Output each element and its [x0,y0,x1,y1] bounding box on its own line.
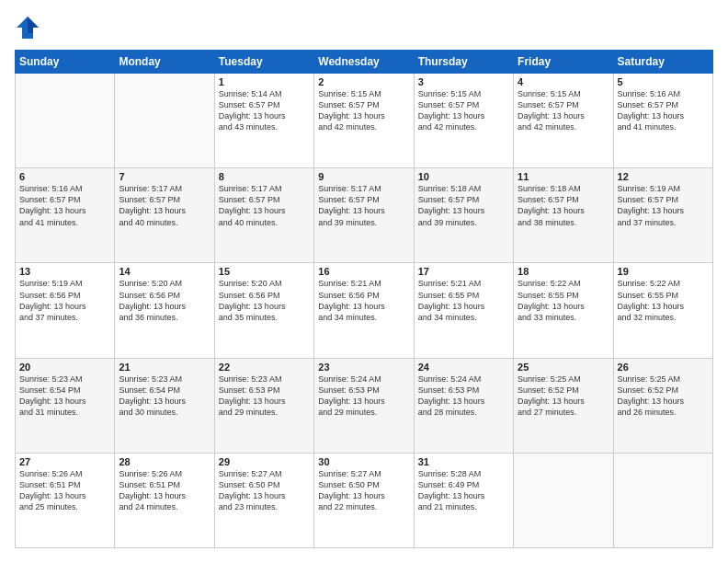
calendar-cell: 28Sunrise: 5:26 AM Sunset: 6:51 PM Dayli… [115,453,214,547]
day-info: Sunrise: 5:21 AM Sunset: 6:55 PM Dayligh… [418,278,509,323]
calendar-cell: 31Sunrise: 5:28 AM Sunset: 6:49 PM Dayli… [414,453,513,547]
calendar-cell: 23Sunrise: 5:24 AM Sunset: 6:53 PM Dayli… [314,358,414,453]
day-info: Sunrise: 5:23 AM Sunset: 6:54 PM Dayligh… [119,373,210,419]
day-number: 8 [219,171,310,182]
day-info: Sunrise: 5:26 AM Sunset: 6:51 PM Dayligh… [119,468,210,513]
day-info: Sunrise: 5:23 AM Sunset: 6:53 PM Dayligh… [219,373,310,419]
day-info: Sunrise: 5:17 AM Sunset: 6:57 PM Dayligh… [119,183,210,228]
day-number: 1 [219,76,310,87]
calendar-header-tuesday: Tuesday [214,51,313,74]
calendar-cell: 3Sunrise: 5:15 AM Sunset: 6:57 PM Daylig… [414,74,513,168]
calendar-cell: 9Sunrise: 5:17 AM Sunset: 6:57 PM Daylig… [314,168,414,263]
calendar-cell: 16Sunrise: 5:21 AM Sunset: 6:56 PM Dayli… [314,263,414,358]
calendar-header-monday: Monday [115,51,214,74]
calendar-cell [514,453,613,547]
calendar-cell: 11Sunrise: 5:18 AM Sunset: 6:57 PM Dayli… [514,168,613,263]
calendar-cell [115,74,214,168]
day-info: Sunrise: 5:19 AM Sunset: 6:57 PM Dayligh… [618,183,709,228]
calendar-header-friday: Friday [514,51,613,74]
day-info: Sunrise: 5:26 AM Sunset: 6:51 PM Dayligh… [19,468,110,513]
day-info: Sunrise: 5:27 AM Sunset: 6:50 PM Dayligh… [219,468,310,513]
day-number: 31 [418,456,509,467]
day-info: Sunrise: 5:19 AM Sunset: 6:56 PM Dayligh… [19,278,110,323]
day-number: 21 [119,362,210,373]
day-info: Sunrise: 5:21 AM Sunset: 6:56 PM Dayligh… [318,278,409,323]
day-number: 13 [19,266,110,277]
calendar-cell: 25Sunrise: 5:25 AM Sunset: 6:52 PM Dayli… [514,358,613,453]
calendar-header-thursday: Thursday [414,51,513,74]
day-info: Sunrise: 5:15 AM Sunset: 6:57 PM Dayligh… [418,88,509,133]
calendar-cell: 27Sunrise: 5:26 AM Sunset: 6:51 PM Dayli… [16,453,115,547]
calendar-cell: 14Sunrise: 5:20 AM Sunset: 6:56 PM Dayli… [115,263,214,358]
calendar-header-wednesday: Wednesday [314,51,414,74]
calendar-week-5: 27Sunrise: 5:26 AM Sunset: 6:51 PM Dayli… [16,453,713,547]
calendar-cell: 4Sunrise: 5:15 AM Sunset: 6:57 PM Daylig… [514,74,613,168]
calendar-cell: 18Sunrise: 5:22 AM Sunset: 6:55 PM Dayli… [514,263,613,358]
day-number: 17 [418,266,509,277]
logo [15,15,44,40]
calendar-cell: 22Sunrise: 5:23 AM Sunset: 6:53 PM Dayli… [214,358,313,453]
day-info: Sunrise: 5:20 AM Sunset: 6:56 PM Dayligh… [119,278,210,323]
day-number: 27 [19,456,110,467]
calendar-cell: 10Sunrise: 5:18 AM Sunset: 6:57 PM Dayli… [414,168,513,263]
day-info: Sunrise: 5:14 AM Sunset: 6:57 PM Dayligh… [219,88,310,133]
day-number: 19 [618,266,709,277]
calendar-week-2: 6Sunrise: 5:16 AM Sunset: 6:57 PM Daylig… [16,168,713,263]
day-number: 20 [19,362,110,373]
day-info: Sunrise: 5:27 AM Sunset: 6:50 PM Dayligh… [318,468,409,513]
day-info: Sunrise: 5:18 AM Sunset: 6:57 PM Dayligh… [518,183,609,228]
calendar-cell: 30Sunrise: 5:27 AM Sunset: 6:50 PM Dayli… [314,453,414,547]
calendar-week-3: 13Sunrise: 5:19 AM Sunset: 6:56 PM Dayli… [16,263,713,358]
calendar-cell: 19Sunrise: 5:22 AM Sunset: 6:55 PM Dayli… [613,263,712,358]
day-number: 15 [219,266,310,277]
calendar-cell: 29Sunrise: 5:27 AM Sunset: 6:50 PM Dayli… [214,453,313,547]
day-info: Sunrise: 5:22 AM Sunset: 6:55 PM Dayligh… [618,278,709,323]
day-info: Sunrise: 5:22 AM Sunset: 6:55 PM Dayligh… [518,278,609,323]
calendar-header-row: SundayMondayTuesdayWednesdayThursdayFrid… [16,51,713,74]
day-number: 10 [418,171,509,182]
day-number: 29 [219,456,310,467]
day-number: 11 [518,171,609,182]
day-number: 18 [518,266,609,277]
calendar-cell: 1Sunrise: 5:14 AM Sunset: 6:57 PM Daylig… [214,74,313,168]
day-number: 5 [618,76,709,87]
day-info: Sunrise: 5:15 AM Sunset: 6:57 PM Dayligh… [518,88,609,133]
day-number: 16 [318,266,409,277]
day-number: 24 [418,362,509,373]
day-info: Sunrise: 5:17 AM Sunset: 6:57 PM Dayligh… [219,183,310,228]
day-number: 23 [318,362,409,373]
day-number: 25 [518,362,609,373]
day-info: Sunrise: 5:15 AM Sunset: 6:57 PM Dayligh… [318,88,409,133]
svg-marker-1 [28,17,39,33]
day-info: Sunrise: 5:20 AM Sunset: 6:56 PM Dayligh… [219,278,310,323]
day-info: Sunrise: 5:24 AM Sunset: 6:53 PM Dayligh… [418,373,509,419]
calendar-week-1: 1Sunrise: 5:14 AM Sunset: 6:57 PM Daylig… [16,74,713,168]
day-info: Sunrise: 5:25 AM Sunset: 6:52 PM Dayligh… [518,373,609,419]
day-number: 30 [318,456,409,467]
day-info: Sunrise: 5:24 AM Sunset: 6:53 PM Dayligh… [318,373,409,419]
day-info: Sunrise: 5:28 AM Sunset: 6:49 PM Dayligh… [418,468,509,513]
calendar-cell: 24Sunrise: 5:24 AM Sunset: 6:53 PM Dayli… [414,358,513,453]
calendar-cell: 20Sunrise: 5:23 AM Sunset: 6:54 PM Dayli… [16,358,115,453]
calendar-cell: 15Sunrise: 5:20 AM Sunset: 6:56 PM Dayli… [214,263,313,358]
calendar-header-sunday: Sunday [16,51,115,74]
day-number: 7 [119,171,210,182]
day-number: 28 [119,456,210,467]
day-number: 26 [618,362,709,373]
day-number: 3 [418,76,509,87]
calendar-cell: 2Sunrise: 5:15 AM Sunset: 6:57 PM Daylig… [314,74,414,168]
header [15,15,713,40]
calendar-cell [16,74,115,168]
day-number: 2 [318,76,409,87]
calendar-cell: 5Sunrise: 5:16 AM Sunset: 6:57 PM Daylig… [613,74,712,168]
calendar-cell: 6Sunrise: 5:16 AM Sunset: 6:57 PM Daylig… [16,168,115,263]
day-info: Sunrise: 5:25 AM Sunset: 6:52 PM Dayligh… [618,373,709,419]
calendar-cell: 17Sunrise: 5:21 AM Sunset: 6:55 PM Dayli… [414,263,513,358]
page: SundayMondayTuesdayWednesdayThursdayFrid… [0,0,728,563]
day-number: 9 [318,171,409,182]
calendar-header-saturday: Saturday [613,51,712,74]
logo-icon [15,15,40,40]
calendar-cell: 13Sunrise: 5:19 AM Sunset: 6:56 PM Dayli… [16,263,115,358]
day-number: 14 [119,266,210,277]
calendar-table: SundayMondayTuesdayWednesdayThursdayFrid… [15,50,713,548]
